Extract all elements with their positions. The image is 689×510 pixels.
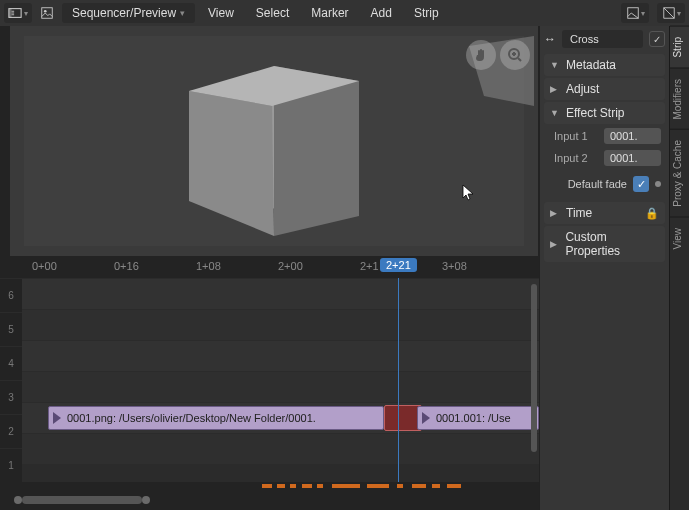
strip-label: 0001.png: /Users/olivier/Desktop/New Fol… [67,412,316,424]
input1-field[interactable]: 0001. [604,128,661,144]
chevron-down-icon: ▾ [180,8,185,18]
panel-effect-strip[interactable]: ▼ Effect Strip [544,102,665,124]
panel-label: Custom Properties [565,230,659,258]
overlays-button[interactable]: ▾ [657,3,685,23]
timeline-tracks[interactable]: 0001.png: /Users/olivier/Desktop/New Fol… [22,278,539,482]
side-tab-rail: Strip Modifiers Proxy & Cache View [669,26,689,510]
tab-modifiers[interactable]: Modifiers [670,68,689,130]
overlay-icon [662,6,676,20]
timeline-ruler[interactable]: 0+00 0+16 1+08 2+00 2+1 3+08 2+21 [0,256,539,278]
hand-icon [473,47,489,63]
channel-number: 3 [0,380,22,414]
playhead-line[interactable] [398,278,399,482]
display-mode-button[interactable]: ▾ [621,3,649,23]
channel-number: 4 [0,346,22,380]
magnify-plus-icon [507,47,523,63]
properties-panel: ↔ Cross ✓ ▼ Metadata ▶ Adjust ▼ Effect S… [539,26,669,510]
sequencer-icon [8,6,22,20]
channel-number: 5 [0,312,22,346]
default-fade-checkbox[interactable]: ✓ [633,176,649,192]
strip-direction-icon: ↔ [544,32,556,46]
ruler-tick: 2+1 [360,260,379,272]
image-strip-2[interactable]: 0001.001: /Use [417,406,539,430]
pan-view-button[interactable] [466,40,496,70]
keyframe-dot[interactable] [655,181,661,187]
disclosure-down-icon: ▼ [550,60,560,70]
channel-number: 2 [0,414,22,448]
menu-select[interactable]: Select [247,0,298,26]
timeline-vertical-scrollbar[interactable] [531,284,537,452]
lock-icon[interactable]: 🔒 [645,207,659,220]
image-display-icon [626,6,640,20]
playhead-flag[interactable]: 2+21 [380,258,417,272]
image-icon [40,6,54,20]
strip-handle-left[interactable] [53,412,61,424]
panel-time[interactable]: ▶ Time 🔒 [544,202,665,224]
default-fade-label: Default fade [548,178,627,190]
disclosure-down-icon: ▼ [550,108,560,118]
disclosure-right-icon: ▶ [550,84,560,94]
svg-rect-1 [9,9,12,18]
channel-number: 1 [0,448,22,482]
zoom-view-button[interactable] [500,40,530,70]
panel-label: Metadata [566,58,616,72]
tab-view[interactable]: View [670,217,689,260]
panel-label: Adjust [566,82,599,96]
preview-viewport[interactable] [0,26,539,256]
menu-marker[interactable]: Marker [302,0,357,26]
svg-point-3 [44,10,47,13]
input1-label: Input 1 [554,130,598,142]
editor-type-button[interactable]: ▾ [4,3,32,23]
channel-gutter: 1 2 3 4 5 6 [0,278,22,482]
ruler-tick: 1+08 [196,260,221,272]
strip-handle-left[interactable] [422,412,430,424]
view-mode-label: Sequencer/Preview [72,6,176,20]
ruler-tick: 2+00 [278,260,303,272]
timeline-horizontal-scrollbar[interactable] [22,496,142,504]
strip-label: 0001.001: /Use [436,412,511,424]
pin-toggle[interactable]: ✓ [649,31,665,47]
menu-strip[interactable]: Strip [405,0,448,26]
disclosure-right-icon: ▶ [550,208,560,218]
panel-metadata[interactable]: ▼ Metadata [544,54,665,76]
panel-label: Effect Strip [566,106,624,120]
channel-number: 6 [0,278,22,312]
ruler-tick: 0+16 [114,260,139,272]
tab-strip[interactable]: Strip [670,26,689,68]
svg-rect-2 [42,8,53,19]
input2-field[interactable]: 0001. [604,150,661,166]
menu-bar: ▾ Sequencer/Preview ▾ View Select Marker… [0,0,689,26]
input2-label: Input 2 [554,152,598,164]
ruler-tick: 0+00 [32,260,57,272]
panel-adjust[interactable]: ▶ Adjust [544,78,665,100]
view-mode-select[interactable]: Sequencer/Preview ▾ [62,3,195,23]
timeline-footer [0,482,539,510]
panel-custom-properties[interactable]: ▶ Custom Properties [544,226,665,262]
pin-header-button[interactable] [36,3,58,23]
tab-proxy-cache[interactable]: Proxy & Cache [670,129,689,217]
cache-indicator [22,484,539,490]
disclosure-right-icon: ▶ [550,239,559,249]
menu-add[interactable]: Add [362,0,401,26]
image-strip-1[interactable]: 0001.png: /Users/olivier/Desktop/New Fol… [48,406,384,430]
panel-label: Time [566,206,592,220]
preview-render [10,26,538,256]
timeline[interactable]: 1 2 3 4 5 6 0001.p [0,278,539,482]
menu-view[interactable]: View [199,0,243,26]
strip-type-field[interactable]: Cross [562,30,643,48]
ruler-tick: 3+08 [442,260,467,272]
